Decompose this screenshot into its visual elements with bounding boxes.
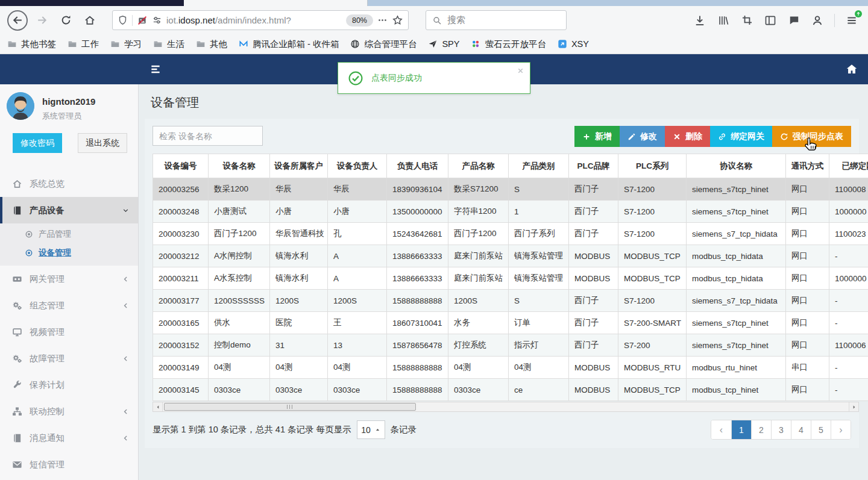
sidebars-button[interactable] [761, 11, 779, 30]
scroll-left-arrow-icon[interactable] [153, 402, 163, 411]
table-row[interactable]: 200003248小唐测试小唐小唐13500000000字符串12001西门子S… [153, 201, 868, 223]
forward-button[interactable] [31, 10, 52, 31]
page-button-4[interactable]: 4 [791, 420, 811, 439]
home-button[interactable] [80, 10, 100, 31]
table-cell: S7-1200 [618, 201, 687, 223]
account-button[interactable] [808, 11, 826, 30]
bind-gateway-button[interactable]: 绑定网关 [710, 126, 772, 147]
bookmark-item[interactable]: SPY [428, 39, 459, 49]
blocked-media-icon[interactable] [137, 15, 148, 26]
add-button[interactable]: 新增 [574, 126, 620, 147]
table-row[interactable]: 200003152控制demo311315878656478灯控系统指示灯西门子… [153, 334, 868, 357]
table-cell: 网口 [786, 267, 829, 290]
screenshot-button[interactable] [738, 11, 756, 30]
app-menu-button[interactable] [843, 11, 861, 30]
table-cell: 15243642681 [387, 223, 448, 245]
sidebar-item-网关管理[interactable]: 网关管理 [0, 266, 138, 292]
page-prev-button[interactable]: ‹ [711, 420, 731, 439]
zoom-level-badge[interactable]: 80% [346, 14, 373, 26]
table-cell: - [829, 245, 868, 267]
table-cell: 数采1200 [209, 178, 270, 201]
sidebar-item-消息通知[interactable]: 消息通知 [0, 425, 138, 451]
sidebar-item-短信管理[interactable]: 短信管理 [0, 451, 138, 478]
table-cell: 镇海泵站管理 [509, 245, 569, 267]
page-next-button[interactable]: › [831, 420, 851, 439]
sidebar-item-保养计划[interactable]: 保养计划 [0, 372, 138, 398]
url-bar[interactable]: iot.idosp.net/admin/index.html? 80% [112, 10, 409, 30]
page-size-select[interactable]: 10 [357, 420, 385, 439]
table-row[interactable]: 2000031771200SSSSSS1200S1200S15888888888… [153, 290, 868, 312]
logout-button[interactable]: 退出系统 [78, 133, 127, 153]
page-button-5[interactable]: 5 [811, 420, 831, 439]
table-cell: modbus_tcp_hidata [687, 267, 786, 290]
page-actions-icon[interactable] [377, 15, 388, 25]
bookmark-item[interactable]: 腾讯企业邮箱 - 收件箱 [239, 39, 339, 50]
table-cell: 西门子1200 [209, 223, 270, 245]
table-cell: 供水 [209, 312, 270, 334]
table-row[interactable]: 200003212A水闸控制镇海水利A13886663333庭来门前泵站镇海泵站… [153, 245, 868, 267]
bookmark-item[interactable]: 生活 [153, 39, 184, 50]
sidebar-menu: 系统总览产品设备产品管理设备管理网关管理组态管理视频管理故障管理保养计划联动控制… [0, 170, 138, 480]
device-search-input[interactable] [153, 126, 263, 146]
messages-button[interactable] [785, 11, 803, 30]
table-cell: 灯控系统 [448, 334, 509, 357]
table-cell: 13500000000 [387, 201, 448, 223]
table-row[interactable]: 2000031450303ce0303ce0303ce1588888888803… [153, 379, 868, 401]
table-cell: siemens_s7_tcp_hidata [687, 290, 786, 312]
sidebar-item-大屏管理[interactable]: 大屏管理 [0, 478, 138, 480]
tab-dark[interactable] [0, 0, 184, 6]
browser-search-box[interactable]: 搜索 [426, 10, 567, 30]
table-cell: MODBUS [569, 357, 618, 379]
edit-button[interactable]: 修改 [620, 126, 665, 147]
table-cell: 04测 [270, 357, 328, 379]
table-cell: 200003145 [153, 379, 209, 401]
table-row[interactable]: 20000314904测04测04测1588888888804测04测MODBU… [153, 357, 868, 379]
reload-button[interactable] [55, 10, 76, 31]
table-row[interactable]: 200003211A水泵控制镇海水利A13886663333庭来门前泵站镇海泵站… [153, 267, 868, 290]
sidebar-subitem-设备管理[interactable]: 设备管理 [0, 243, 138, 262]
toast-close-icon[interactable] [517, 67, 524, 75]
bookmark-item[interactable]: 工作 [68, 39, 99, 50]
table-row[interactable]: 200003165供水医院王18607310041水务订单西门子S7-200-S… [153, 312, 868, 334]
bookmark-item[interactable]: 综合管理平台 [350, 39, 417, 50]
bookmark-item[interactable]: XSY [558, 39, 589, 49]
sidebar-item-联动控制[interactable]: 联动控制 [0, 398, 138, 425]
scroll-right-arrow-icon[interactable] [849, 402, 858, 411]
delete-button[interactable]: 删除 [665, 126, 710, 147]
bookmark-item[interactable]: 其他书签 [7, 39, 56, 50]
bookmark-item[interactable]: 学习 [110, 39, 142, 50]
library-button[interactable] [714, 11, 732, 30]
column-header: 设备所属客户 [270, 154, 328, 178]
sidebar-item-视频管理[interactable]: 视频管理 [0, 319, 138, 345]
table-cell: 200003248 [153, 201, 209, 223]
bookmark-item[interactable]: 其他 [196, 39, 227, 50]
tab-active[interactable] [184, 0, 368, 6]
sidebar-item-系统总览[interactable]: 系统总览 [0, 170, 138, 197]
back-button[interactable] [7, 10, 28, 31]
sidebar-subitem-产品管理[interactable]: 产品管理 [0, 225, 138, 243]
sidebar-item-故障管理[interactable]: 故障管理 [0, 345, 138, 372]
page-button-1[interactable]: 1 [731, 420, 751, 439]
scrollbar-thumb[interactable] [164, 403, 416, 411]
gateway-icon [12, 274, 22, 284]
shield-icon[interactable] [118, 15, 128, 25]
permissions-icon[interactable] [152, 15, 162, 25]
avatar[interactable] [7, 92, 34, 120]
app-home-icon[interactable] [845, 63, 858, 76]
bookmark-star-icon[interactable] [392, 14, 403, 26]
downloads-button[interactable] [691, 11, 709, 30]
chev-down-icon [122, 207, 130, 214]
sidebar-item-产品设备[interactable]: 产品设备 [0, 197, 138, 223]
table-row[interactable]: 200003230西门子1200华辰智通科技孔15243642681西门子120… [153, 223, 868, 245]
sidebar-item-组态管理[interactable]: 组态管理 [0, 292, 138, 319]
bookmark-item[interactable]: 萤石云开放平台 [471, 39, 546, 50]
horizontal-scrollbar[interactable] [153, 402, 859, 412]
page-button-2[interactable]: 2 [751, 420, 771, 439]
url-text[interactable]: iot.idosp.net/admin/index.html? [166, 15, 342, 25]
sidebar-toggle-icon[interactable] [149, 63, 162, 75]
bookmark-label: 其他 [210, 39, 227, 50]
table-row[interactable]: 200003256数采1200华辰华辰18390936104数采S71200S西… [153, 178, 868, 201]
change-password-button[interactable]: 修改密码 [13, 133, 62, 153]
page-button-3[interactable]: 3 [771, 420, 791, 439]
table-cell: 网口 [786, 379, 829, 401]
